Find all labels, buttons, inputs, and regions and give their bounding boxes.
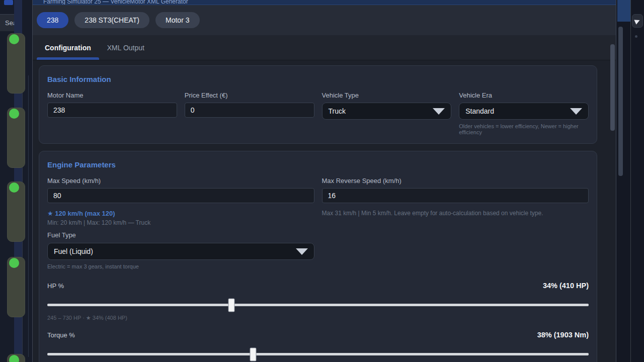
section-heading: Engine Parameters [47,160,589,169]
hp-slider-helper: 245 – 730 HP · ★ 34% (408 HP) [47,315,589,321]
fuel-type-helper: Electric = max 3 gears, instant torque [47,263,314,269]
background-page-left: Sea [0,0,32,362]
torque-slider[interactable] [47,353,589,355]
vehicle-era-label: Vehicle Era [459,92,589,99]
status-dot-icon [9,109,19,119]
hp-slider-label: HP % [47,282,64,290]
tab-configuration[interactable]: Configuration [37,35,99,60]
price-effect-field-group: Price Effect (€) [185,92,314,135]
motor-name-label: Motor Name [47,92,177,99]
engine-parameters-section: Engine Parameters Max Speed (km/h) Max R… [39,151,597,362]
max-reverse-speed-field-group: Max Reverse Speed (km/h) [322,177,589,203]
torque-slider-label: Torque % [47,331,75,339]
modal-content: Basic Information Motor Name Price Effec… [33,60,616,362]
status-dot-icon [9,355,19,362]
dropdown-arrow-icon [570,108,582,115]
fuel-type-field-group: Fuel Type Fuel (Liquid) Electric = max 3… [47,231,314,269]
vehicle-type-value: Truck [329,107,346,115]
hp-slider[interactable] [47,304,589,306]
dropdown-arrow-icon [433,108,445,115]
max-speed-range-helper: Min: 20 km/h | Max: 120 km/h — Truck [47,219,314,226]
status-dot-icon [9,183,19,193]
max-reverse-speed-input[interactable] [322,188,589,203]
hp-slider-value: 34% (410 HP) [543,282,589,290]
background-page-right [616,0,644,362]
max-reverse-speed-label: Max Reverse Speed (km/h) [322,177,589,185]
vehicle-type-field-group: Vehicle Type Truck [322,92,452,135]
slider-group: HP % 34% (410 HP) 245 – 730 HP · ★ 34% (… [47,282,589,362]
vehicle-card[interactable] [7,108,25,168]
torque-slider-row: Torque % 38% (1903 Nm) 1230 – 3000 Nm · … [47,331,589,362]
vehiclemotor-modal: Farming Simulator 25 — VehicleMotor XML … [32,0,616,362]
active-tab-underline [37,57,99,60]
dropdown-arrow-icon [296,248,308,255]
vehicle-card[interactable] [7,33,25,94]
background-panel-edge [28,75,29,357]
motor-tab-238-st3-cheat[interactable]: 238 ST3(CHEAT) [74,12,149,28]
price-effect-input[interactable] [185,103,314,118]
vehicle-type-label: Vehicle Type [322,92,452,99]
max-speed-helpers: ★ 120 km/h (max 120) Min: 20 km/h | Max:… [47,203,314,269]
hp-slider-row: HP % 34% (410 HP) 245 – 730 HP · ★ 34% (… [47,282,589,321]
motor-tab-motor-3[interactable]: Motor 3 [155,12,199,28]
search-label: Sea [5,19,14,27]
modal-titlebar: Farming Simulator 25 — VehicleMotor XML … [33,0,616,5]
status-dot-icon [9,34,19,44]
screen: Sea Farming Simulator 25 — VehicleMotor … [0,0,644,362]
background-header-block [617,0,630,22]
fuel-type-value: Fuel (Liquid) [54,247,93,255]
vehicle-card[interactable] [7,354,25,362]
divider [630,0,631,362]
tab-label: XML Output [107,44,144,52]
tab-xml-output[interactable]: XML Output [99,35,152,60]
vehicle-card[interactable] [7,182,25,242]
motor-tab-238[interactable]: 238 [37,12,68,28]
status-dot-icon [9,258,19,268]
vehicle-era-field-group: Vehicle Era Standard Older vehicles = lo… [459,92,589,135]
tab-label: Configuration [45,44,91,52]
price-effect-label: Price Effect (€) [185,92,314,99]
cursor-triangle-button[interactable] [632,14,643,28]
fuel-type-select[interactable]: Fuel (Liquid) [47,243,314,260]
motor-name-input[interactable] [47,103,177,118]
modal-scrollbar-thumb[interactable] [610,44,615,131]
max-reverse-speed-helper: Max 31 km/h | Min 5 km/h. Leave empty fo… [322,210,589,217]
motor-tab-row: 238 238 ST3(CHEAT) Motor 3 [33,5,616,35]
cursor-triangle-icon [634,18,640,24]
max-reverse-helpers: Max 31 km/h | Min 5 km/h. Leave empty fo… [322,203,589,269]
view-tab-bar: Configuration XML Output [33,35,616,60]
scroll-dot [635,35,637,38]
vehicle-era-select[interactable]: Standard [459,103,589,120]
hp-slider-thumb[interactable] [228,298,234,312]
max-speed-input[interactable] [47,188,314,203]
blue-tile-icon [4,0,13,5]
max-speed-recommended: ★ 120 km/h (max 120) [47,210,314,217]
motor-name-field-group: Motor Name [47,92,177,135]
max-speed-field-group: Max Speed (km/h) [47,177,314,203]
modal-title: Farming Simulator 25 — VehicleMotor XML … [33,0,616,5]
section-heading: Basic Information [47,75,589,83]
fuel-type-label: Fuel Type [47,231,314,239]
vehicle-era-value: Standard [465,107,494,115]
torque-slider-value: 38% (1903 Nm) [537,331,589,339]
torque-slider-thumb[interactable] [250,347,256,361]
page-scrollbar-thumb[interactable] [618,27,623,176]
basic-information-section: Basic Information Motor Name Price Effec… [39,65,597,144]
search-bar[interactable]: Sea [0,14,14,31]
vehicle-card[interactable] [7,257,25,317]
vehicle-type-select[interactable]: Truck [322,103,452,120]
max-speed-label: Max Speed (km/h) [47,177,314,185]
vehicle-era-helper: Older vehicles = lower efficiency, Newer… [459,123,589,135]
